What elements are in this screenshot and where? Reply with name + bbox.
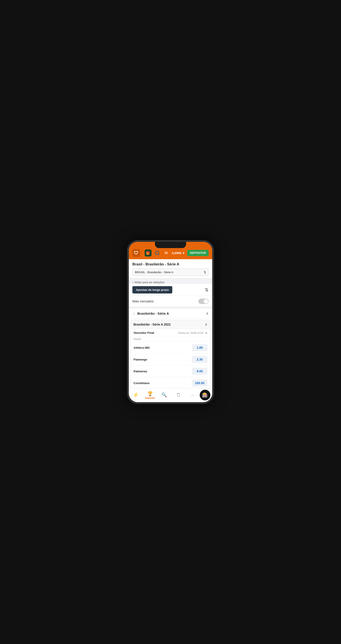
- balance-display[interactable]: 0,00R$ ▼: [172, 252, 185, 255]
- team-bet-row[interactable]: Atlético-MG 1.80: [131, 342, 210, 354]
- league-section: ☆ Brasileirão - Série A ∧ Brasileirão - …: [129, 309, 212, 388]
- market-date-chevron-icon: ∧: [205, 331, 207, 334]
- league-header[interactable]: ☆ Brasileirão - Série A ∧: [129, 309, 212, 318]
- nav-item-betslip[interactable]: 🗒: [171, 392, 186, 399]
- team-bet-row[interactable]: Palmeiras 9.00: [131, 366, 210, 377]
- logo-icon: 🛡: [134, 250, 138, 256]
- market-subtitle: Equipe: [131, 337, 210, 342]
- chevron-left-icon: ‹: [132, 280, 133, 284]
- league-selector[interactable]: BRASIL - Brasileirão - Série A ⇅: [132, 268, 209, 276]
- bet-type-label: Apostas de longo prazo: [136, 288, 169, 292]
- flash-icon: ⚡: [133, 392, 139, 398]
- odds-value-palmeiras: 9.00: [197, 370, 203, 373]
- odds-button-flamengo[interactable]: 2.30: [192, 356, 207, 363]
- mail-button[interactable]: ✉: [163, 250, 170, 256]
- deposit-button[interactable]: DEPOSITAR: [187, 250, 209, 256]
- deposit-label: DEPOSITAR: [190, 252, 206, 254]
- odds-button-atletico[interactable]: 1.80: [192, 344, 207, 351]
- nav-item-more[interactable]: ···: [185, 392, 200, 399]
- nav-label-esportes: Esportes: [145, 397, 155, 399]
- odds-value-flamengo: 2.30: [197, 358, 203, 361]
- league-name: Brasileirão - Série A: [137, 312, 204, 315]
- casino-icon: 🎰: [202, 392, 208, 398]
- card-chevron-icon: ∧: [205, 322, 207, 326]
- team-name-flamengo: Flamengo: [134, 358, 147, 361]
- league-selector-value: BRASIL - Brasileirão - Série A: [135, 270, 173, 274]
- market-date-text: Fecha em: 25/09 22:00 ∧: [178, 331, 207, 335]
- gift-button[interactable]: 🎁: [145, 250, 152, 256]
- page-title: Brasil - Brasileirão - Série A: [132, 262, 209, 266]
- star-icon[interactable]: ☆: [132, 311, 136, 316]
- mais-mercados-label: Mais mercados: [132, 300, 154, 303]
- market-title: Vencedor Final: [134, 331, 154, 334]
- search-icon: 🔍: [161, 392, 167, 398]
- bottom-nav: ⚡ 🏆 Esportes 🔍 🗒 ··· 🎰: [129, 388, 212, 402]
- phone-notch: [155, 242, 186, 248]
- mail-icon: ✉: [164, 250, 168, 256]
- bet-type-section: Apostas de longo prazo ⇅: [129, 284, 212, 296]
- odds-button-corinthians[interactable]: 100.00: [192, 380, 207, 386]
- team-bet-row[interactable]: Flamengo 2.30: [131, 354, 210, 366]
- esportes-icon: 🏆: [147, 391, 153, 396]
- team-name-palmeiras: Palmeiras: [134, 370, 147, 373]
- card-title: Brasileirão - Série A 2021: [134, 323, 171, 326]
- balance-arrow-icon: ▼: [182, 252, 185, 255]
- team-name-atletico: Atlético-MG: [134, 346, 150, 350]
- team-name-corinthians: Corinthians: [134, 382, 150, 385]
- main-content: Brasil - Brasileirão - Série A BRASIL - …: [129, 259, 212, 388]
- back-label: Voltar para as seleções: [134, 280, 164, 284]
- app-logo[interactable]: 🛡: [132, 249, 140, 257]
- nav-item-search[interactable]: 🔍: [157, 391, 171, 399]
- back-link[interactable]: ‹ Voltar para as seleções: [129, 278, 212, 284]
- betting-card-header[interactable]: Brasileirão - Série A 2021 ∧: [131, 320, 210, 329]
- phone-shell: 🛡 🎁 🎧 ✉ 0,00R$ ▼ DEPOSITAR: [127, 240, 214, 404]
- phone-screen: 🛡 🎁 🎧 ✉ 0,00R$ ▼ DEPOSITAR: [129, 242, 212, 402]
- team-bet-row[interactable]: Corinthians 100.00: [131, 377, 210, 388]
- gift-icon: 🎁: [146, 251, 150, 255]
- selector-arrows-icon: ⇅: [204, 270, 206, 274]
- bet-type-button[interactable]: Apostas de longo prazo: [132, 286, 172, 294]
- headset-icon: 🎧: [155, 250, 160, 256]
- more-icon: ···: [191, 392, 195, 398]
- mais-mercados-section: Mais mercados: [129, 296, 212, 307]
- odds-value-atletico: 1.80: [197, 346, 203, 350]
- nav-item-flash[interactable]: ⚡: [129, 391, 143, 399]
- market-date-label: Fecha em: 25/09 22:00: [178, 332, 203, 334]
- page-title-section: Brasil - Brasileirão - Série A BRASIL - …: [129, 259, 212, 278]
- league-chevron-icon: ∧: [206, 311, 209, 316]
- headset-button[interactable]: 🎧: [154, 250, 161, 256]
- betting-card: Brasileirão - Série A 2021 ∧ Vencedor Fi…: [131, 320, 210, 388]
- betslip-icon: 🗒: [176, 392, 181, 398]
- odds-button-palmeiras[interactable]: 9.00: [192, 368, 207, 375]
- mais-mercados-toggle[interactable]: [198, 298, 209, 304]
- odds-value-corinthians: 100.00: [195, 381, 204, 385]
- filter-icon[interactable]: ⇅: [205, 287, 209, 292]
- nav-item-esportes[interactable]: 🏆 Esportes: [143, 390, 157, 400]
- balance-value: 0,00R$: [172, 252, 181, 255]
- casino-fab-button[interactable]: 🎰: [200, 390, 210, 400]
- market-header-row: Vencedor Final Fecha em: 25/09 22:00 ∧: [131, 329, 210, 337]
